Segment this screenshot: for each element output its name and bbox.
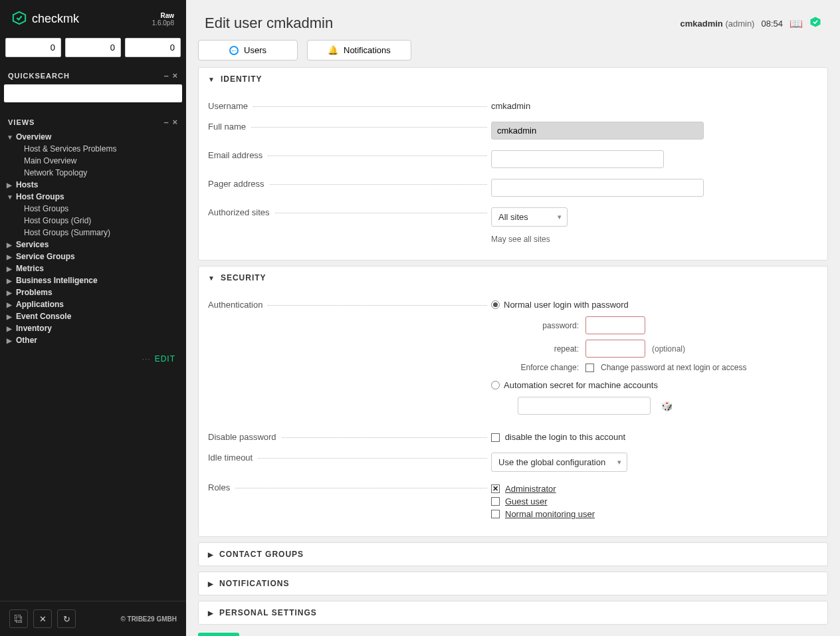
idle-label: Idle timeout [208,453,487,463]
quicksearch-input[interactable] [4,84,182,102]
password-input[interactable] [585,316,645,334]
tree-subitem[interactable]: Network Topology [7,167,179,179]
role-item: Guest user [491,495,818,508]
tree-item[interactable]: ▼Host Groups [7,191,179,203]
email-input[interactable] [491,150,664,168]
back-arrow-icon: ← [229,46,239,55]
tree-item[interactable]: ▶Business Intelligence [7,274,179,286]
page-title: Edit user cmkadmin [205,15,333,32]
tree-subitem[interactable]: Host Groups (Grid) [7,215,179,227]
security-head[interactable]: ▼ SECURITY [199,266,827,289]
personal-settings-title: PERSONAL SETTINGS [219,608,317,617]
automation-secret-input[interactable] [518,397,651,415]
header-right: cmkadmin (admin) 08:54 📖 [680,16,821,31]
role-link[interactable]: Guest user [505,496,548,506]
role-checkbox[interactable] [491,510,500,518]
contact-groups-head[interactable]: ▶ CONTACT GROUPS [199,543,827,566]
auth-automation-label: Automation secret for machine accounts [504,380,658,390]
auth-label: Authentication [208,300,487,310]
role-link[interactable]: Administrator [505,484,556,494]
dice-icon[interactable]: 🎲 [661,401,673,411]
tree-item[interactable]: ▶Applications [7,298,179,310]
reload-icon[interactable]: ↻ [57,609,76,628]
stat-box-1[interactable]: 0 [5,38,61,57]
quicksearch-snapin: QUICKSEARCH – × [0,64,186,108]
disable-pw-checkbox[interactable] [491,433,500,442]
add-snapin-icon[interactable]: ⿻ [9,609,28,628]
sidebar-header: checkmk Raw 1.6.0p8 [0,0,186,38]
security-title: SECURITY [221,273,266,282]
disable-pw-label: Disable password [208,432,487,442]
optional-label: (optional) [652,344,685,354]
tree-item[interactable]: ▶Hosts [7,179,179,191]
contact-groups-title: CONTACT GROUPS [219,550,304,559]
notifications-head[interactable]: ▶ NOTIFICATIONS [199,572,827,595]
tactical-overview: 0 0 0 [0,38,186,61]
save-button[interactable]: Save [198,633,239,636]
tree-item[interactable]: ▶Problems [7,286,179,298]
password-label: password: [518,321,579,330]
tree-item[interactable]: ▶Event Console [7,310,179,322]
users-button[interactable]: ← Users [198,40,298,60]
pager-input[interactable] [491,179,704,197]
section-notifications: ▶ NOTIFICATIONS [198,572,828,595]
views-snapin-controls[interactable]: – × [164,117,178,127]
views-edit-link[interactable]: ···EDIT [0,350,186,368]
tree-item[interactable]: ▶Metrics [7,263,179,274]
username-value: cmkadmin [491,101,818,111]
tree-item[interactable]: ▶Other [7,334,179,346]
stat-box-2[interactable]: 0 [65,38,121,57]
pager-label: Pager address [208,179,487,189]
section-personal-settings: ▶ PERSONAL SETTINGS [198,601,828,625]
home-hex-icon[interactable] [809,16,821,31]
stat-box-3[interactable]: 0 [125,38,181,57]
authsites-select[interactable]: All sites [491,207,568,227]
version-block: Raw 1.6.0p8 [152,12,174,27]
tree-subitem[interactable]: Host Groups (Summary) [7,227,179,239]
notifications-title: NOTIFICATIONS [219,579,289,588]
role-link[interactable]: Normal monitoring user [505,509,595,519]
auth-normal-label: Normal user login with password [504,300,629,310]
identity-head[interactable]: ▼ IDENTITY [199,68,827,90]
views-tree: ▼OverviewHost & Services ProblemsMain Ov… [0,131,186,350]
tree-subitem[interactable]: Host Groups [7,203,179,215]
content: ▼ IDENTITY Username cmkadmin Full name E… [186,67,840,636]
idle-timeout-select[interactable]: Use the global configuration [491,453,627,472]
main-area: Edit user cmkadmin cmkadmin (admin) 08:5… [186,0,840,636]
tree-subitem[interactable]: Host & Services Problems [7,143,179,155]
views-title-text: VIEWS [8,118,35,126]
enforce-checkbox[interactable] [585,364,594,372]
tree-item[interactable]: ▼Overview [7,131,179,143]
fullname-label: Full name [208,122,487,132]
chevron-right-icon: ▶ [208,580,214,587]
radio-icon [491,300,500,309]
authsites-label: Authorized sites [208,207,487,217]
email-label: Email address [208,150,487,160]
tree-item[interactable]: ▶Services [7,239,179,251]
help-icon[interactable]: 📖 [789,17,803,30]
role-checkbox[interactable] [491,497,500,506]
snapin-controls[interactable]: – × [164,70,178,80]
radio-icon [491,381,500,389]
close-icon[interactable]: ✕ [33,609,52,628]
bell-icon: 🔔 [328,45,338,55]
tree-subitem[interactable]: Main Overview [7,155,179,167]
username-label: Username [208,101,487,111]
notifications-button[interactable]: 🔔 Notifications [307,40,411,60]
chevron-right-icon: ▶ [208,551,214,558]
brand-name: checkmk [32,12,79,26]
role-checkbox[interactable] [491,484,500,493]
auth-normal-radio[interactable]: Normal user login with password [491,300,818,310]
auth-automation-radio[interactable]: Automation secret for machine accounts [491,380,818,390]
personal-settings-head[interactable]: ▶ PERSONAL SETTINGS [199,601,827,624]
tree-item[interactable]: ▶Service Groups [7,251,179,263]
identity-title: IDENTITY [221,74,262,84]
repeat-input[interactable] [585,340,645,358]
chevron-down-icon: ▼ [208,76,215,83]
views-snapin: VIEWS – × ▼OverviewHost & Services Probl… [0,110,186,368]
tree-item[interactable]: ▶Inventory [7,322,179,334]
edition-label: Raw [152,12,174,19]
fullname-input[interactable] [491,122,704,140]
current-user[interactable]: cmkadmin [680,19,722,29]
chevron-down-icon: ▼ [208,274,215,282]
